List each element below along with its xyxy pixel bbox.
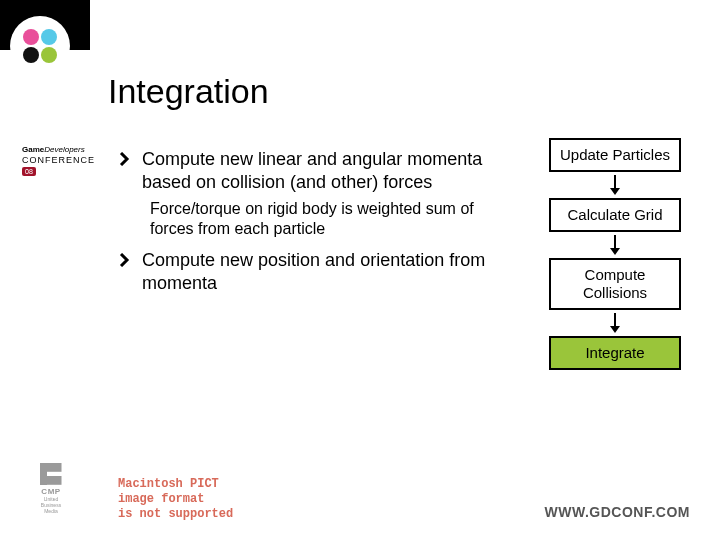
flow-box-update: Update Particles bbox=[549, 138, 681, 172]
clover-icon bbox=[22, 28, 58, 64]
arrow-down-icon bbox=[608, 235, 622, 255]
svg-marker-1 bbox=[610, 188, 620, 195]
list-item: Compute new linear and angular momenta b… bbox=[118, 148, 488, 193]
footer-url: WWW.GDCONF.COM bbox=[545, 504, 690, 520]
flow-diagram: Update Particles Calculate Grid Compute … bbox=[540, 138, 690, 370]
cmp-logo: CMP United Business Media bbox=[34, 463, 68, 514]
list-item: Compute new position and orientation fro… bbox=[118, 249, 488, 294]
flow-box-integrate: Integrate bbox=[549, 336, 681, 370]
conference-badge: GameDevelopers CONFERENCE 08 bbox=[22, 145, 95, 176]
cmp-icon bbox=[40, 463, 62, 485]
chevron-icon bbox=[118, 152, 132, 166]
event-logo bbox=[12, 18, 68, 74]
svg-marker-5 bbox=[610, 326, 620, 333]
flow-box-grid: Calculate Grid bbox=[549, 198, 681, 232]
bullet-text: Compute new linear and angular momenta b… bbox=[142, 148, 488, 193]
bullet-list: Compute new linear and angular momenta b… bbox=[118, 148, 488, 298]
chevron-icon bbox=[118, 253, 132, 267]
pict-error-text: Macintosh PICT image format is not suppo… bbox=[118, 477, 233, 522]
arrow-down-icon bbox=[608, 313, 622, 333]
slide-title: Integration bbox=[108, 72, 269, 111]
list-subitem: Force/torque on rigid body is weighted s… bbox=[150, 199, 488, 239]
svg-marker-3 bbox=[610, 248, 620, 255]
bullet-subtext: Force/torque on rigid body is weighted s… bbox=[150, 199, 488, 239]
arrow-down-icon bbox=[608, 175, 622, 195]
bullet-text: Compute new position and orientation fro… bbox=[142, 249, 488, 294]
flow-box-collisions: Compute Collisions bbox=[549, 258, 681, 310]
